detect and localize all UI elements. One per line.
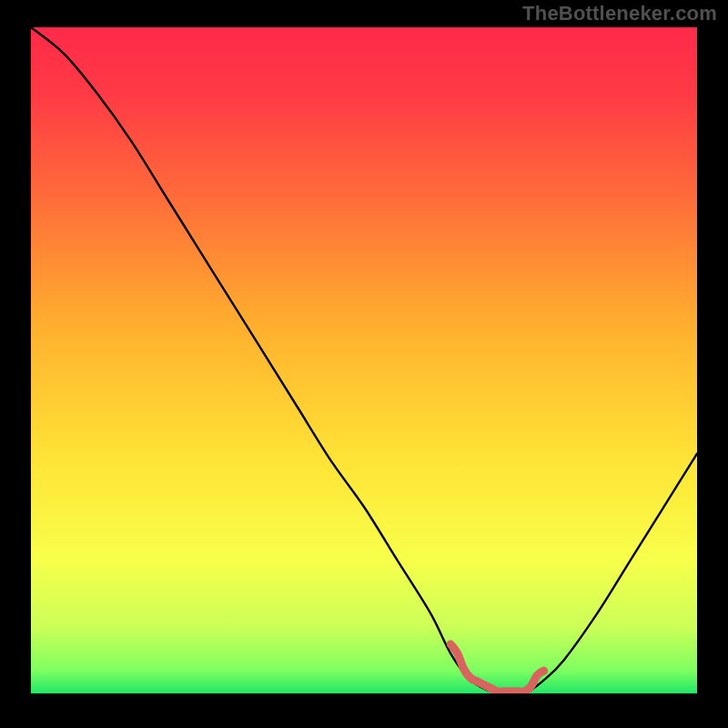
watermark-text: TheBottleneker.com [522,2,717,25]
plot-area [31,27,697,693]
gradient-background [31,27,697,693]
chart-frame: TheBottleneker.com [0,0,728,728]
bottleneck-chart [31,27,697,693]
